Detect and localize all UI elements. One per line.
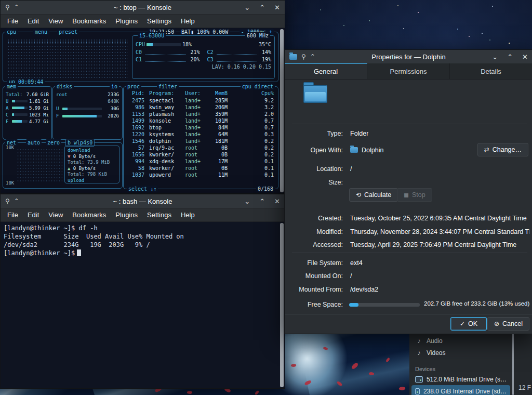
menu-item[interactable]: Help <box>176 210 200 220</box>
ok-button[interactable]: ✓ OK <box>450 317 487 331</box>
keep-above-icon[interactable]: ⌃ <box>14 4 19 11</box>
konsole-bash-window: ⚲ ⌃ ~ : bash — Konsole ⌄ ⌃ ✕ FileEditVie… <box>0 194 285 389</box>
type-value: Folder <box>350 130 368 137</box>
process-row[interactable]: 986 kwin_way land+ 206M 3.2 <box>125 104 277 111</box>
btop-cpu-box: cpu menu preset 19:21:50 BAT▮ 100% 0.00W… <box>3 32 278 82</box>
process-row[interactable]: 2475 spectacl land+ 285M 9.2 <box>125 97 277 104</box>
menu-item[interactable]: View <box>44 16 68 26</box>
cpu-core-row: C021% C214% <box>132 48 274 56</box>
menu-item[interactable]: View <box>44 210 68 220</box>
proc-filter[interactable]: filter <box>157 83 179 90</box>
devices-section-header: Devices <box>411 363 510 372</box>
col-pid[interactable]: Pid: <box>128 90 144 97</box>
dolphin-folder-view[interactable]: 12 F <box>514 333 532 395</box>
process-row[interactable]: 1546 dolphin land+ 181M 0.2 <box>125 138 277 144</box>
cpu-meter-label: CPU <box>136 41 145 48</box>
col-program[interactable]: Program: <box>149 90 181 97</box>
process-row[interactable]: 994 xdg-desk land+ 17M 0.1 <box>125 158 277 165</box>
pin-icon[interactable]: ⚲ <box>301 53 306 60</box>
menu-item[interactable]: Settings <box>142 210 176 220</box>
maximize-button[interactable]: ⌃ <box>259 198 265 205</box>
proc-sort[interactable]: cpu direct <box>241 83 275 90</box>
minimize-button[interactable]: ⌄ <box>244 198 250 205</box>
cpu-core-panel: i5-6300U 600 MHz CPU 18% 35°C C021% <box>132 35 275 79</box>
maximize-button[interactable]: ⌃ <box>259 4 265 11</box>
calculate-icon: ⟲ <box>356 191 361 199</box>
place-icon: ♪ <box>415 349 423 357</box>
bash-window-title: ~ : bash — Konsole <box>37 198 248 205</box>
process-row[interactable]: 1153 plasmash land+ 359M 2.0 <box>125 111 277 117</box>
menu-item[interactable]: Edit <box>23 210 44 220</box>
process-row[interactable]: 58 kworker/ root 0B 0.1 <box>125 165 277 172</box>
close-button[interactable]: ✕ <box>274 4 280 11</box>
btop-tab-menu[interactable]: menu <box>33 29 49 35</box>
process-row[interactable]: 1037 upowerd root 11M 0.1 <box>125 172 277 178</box>
close-button[interactable]: ✕ <box>522 53 528 61</box>
filesystem-label: File System: <box>285 259 350 267</box>
bash-terminal[interactable]: [landyn@thinker ~]$ df -hFilesystem Size… <box>1 222 285 388</box>
dolphin-app-icon <box>350 147 358 153</box>
btop-terminal[interactable]: cpu menu preset 19:21:50 BAT▮ 100% 0.00W… <box>1 28 285 193</box>
menu-item[interactable]: Help <box>176 16 200 26</box>
col-user[interactable]: User: <box>185 90 207 97</box>
dialog-tab[interactable]: General <box>285 63 367 79</box>
net-mode-auto[interactable]: auto <box>26 139 42 146</box>
change-icon: ⇄ <box>484 146 489 153</box>
keep-above-icon[interactable]: ⌃ <box>14 198 19 205</box>
pin-icon[interactable]: ⚲ <box>5 198 10 205</box>
places-item[interactable]: ♪ Videos <box>411 347 510 359</box>
disks-box-label[interactable]: disks <box>55 83 74 90</box>
net-mode-zero[interactable]: zero <box>46 139 61 146</box>
maximize-button[interactable]: ⌃ <box>507 53 513 61</box>
col-cpu[interactable]: Cpu% <box>228 90 274 97</box>
disk-usage-row: U 30G <box>56 105 119 112</box>
menu-item[interactable]: File <box>3 16 23 26</box>
mounted-from-value: /dev/sda2 <box>350 286 378 293</box>
menu-item[interactable]: Edit <box>23 16 44 26</box>
col-mem[interactable]: MemB <box>207 90 228 97</box>
device-item[interactable]: 512.0 MiB Internal Drive (s… <box>411 373 510 385</box>
process-row[interactable]: 1656 kworker/ root 0B 0.2 <box>125 151 277 158</box>
terminal-scrollbar[interactable] <box>280 29 284 192</box>
created-value: Tuesday, October 25, 2022 6:09:35 AM Cen… <box>350 215 527 222</box>
folder-icon <box>303 85 327 103</box>
calculate-button[interactable]: ⟲ Calculate <box>349 188 398 202</box>
process-row[interactable]: 1499 konsole land+ 101M 0.7 <box>125 117 277 124</box>
menu-item[interactable]: Bookmarks <box>68 210 111 220</box>
change-button[interactable]: ⇄ Change… <box>477 143 528 156</box>
device-item[interactable]: 238.0 GiB Internal Drive (sd… <box>411 385 510 395</box>
dialog-tab[interactable]: Permissions <box>367 63 450 79</box>
free-space-value: 202.7 GiB free of 233.2 GiB (13% used) <box>424 300 529 307</box>
proc-select-hint[interactable]: select ↓↑ <box>127 186 158 192</box>
menu-item[interactable]: Bookmarks <box>68 16 111 26</box>
dialog-titlebar[interactable]: ⚲ ⌃ Properties for — Dolphin ⌄ ⌃ ✕ <box>285 50 532 64</box>
menu-item[interactable]: File <box>3 210 23 220</box>
separator <box>292 124 527 124</box>
proc-box-label[interactable]: proc <box>126 83 141 90</box>
minimize-button[interactable]: ⌄ <box>244 4 250 11</box>
pin-icon[interactable]: ⚲ <box>5 4 10 11</box>
process-row[interactable]: 57 irq/9-ac root 0B 0.2 <box>125 144 277 151</box>
cancel-button[interactable]: ⊘ Cancel <box>487 317 529 331</box>
bash-titlebar[interactable]: ⚲ ⌃ ~ : bash — Konsole ⌄ ⌃ ✕ <box>1 194 285 208</box>
btop-tab-cpu[interactable]: cpu <box>5 29 18 35</box>
disks-io-label[interactable]: io <box>110 83 119 90</box>
terminal-output-line: Filesystem Size Used Avail Use% Mounted … <box>4 232 277 241</box>
keep-above-icon[interactable]: ⌃ <box>310 53 315 60</box>
interval-minus[interactable]: - <box>241 29 244 35</box>
menu-item[interactable]: Plugins <box>111 210 142 220</box>
mem-row: C 1023 Mi <box>6 111 49 118</box>
process-row[interactable]: 1220 ksystems land+ 64M 0.3 <box>125 131 277 138</box>
process-row[interactable]: 1692 btop land+ 84M 0.7 <box>125 124 277 131</box>
btop-titlebar[interactable]: ⚲ ⌃ ~ : btop — Konsole ⌄ ⌃ ✕ <box>1 1 285 15</box>
terminal-scrollbar[interactable] <box>280 223 284 387</box>
menu-item[interactable]: Plugins <box>111 16 142 26</box>
mem-box-label[interactable]: mem <box>5 83 18 90</box>
dialog-tab[interactable]: Details <box>450 63 532 79</box>
close-button[interactable]: ✕ <box>274 198 280 205</box>
btop-tab-preset[interactable]: preset <box>57 29 79 35</box>
minimize-button[interactable]: ⌄ <box>492 53 498 61</box>
places-item[interactable]: ♪ Audio <box>411 335 510 347</box>
menu-item[interactable]: Settings <box>142 16 176 26</box>
btop-menubar: FileEditViewBookmarksPluginsSettingsHelp <box>1 15 285 28</box>
